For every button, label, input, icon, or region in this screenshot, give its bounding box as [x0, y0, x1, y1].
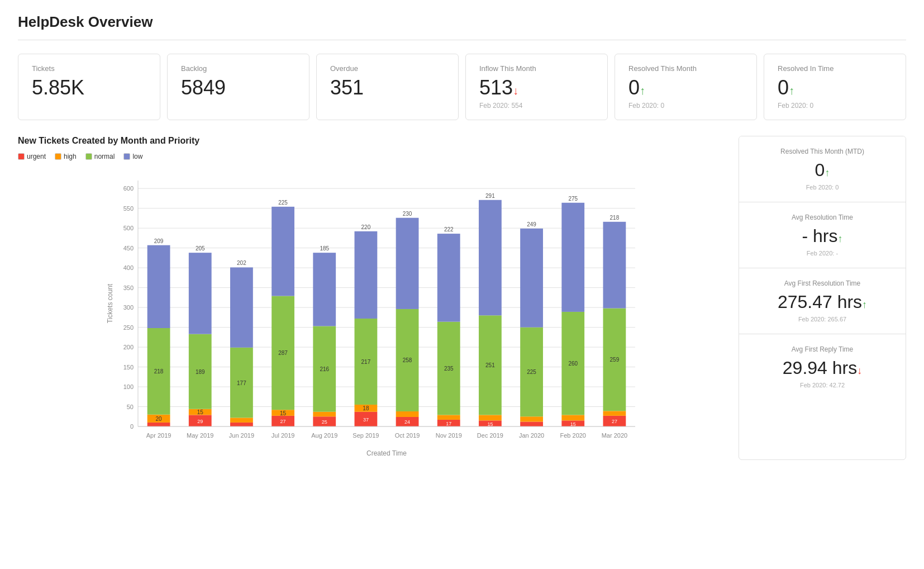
svg-rect-81	[396, 218, 419, 309]
svg-text:177: 177	[237, 380, 246, 386]
svg-text:350: 350	[123, 284, 134, 291]
kpi-sub: Feb 2020: 0	[628, 102, 743, 110]
svg-text:15: 15	[487, 421, 493, 427]
svg-text:20: 20	[156, 416, 163, 422]
arrow-up-icon: ↑	[838, 233, 843, 244]
stat-card-avg-first-resolution: Avg First Resolution Time 275.47 hrs↑ Fe…	[739, 268, 906, 334]
svg-text:Aug 2019: Aug 2019	[311, 432, 337, 439]
svg-text:550: 550	[123, 205, 134, 212]
kpi-card-backlog: Backlog 5849	[167, 54, 309, 120]
main-content: New Tickets Created by Month and Priorit…	[18, 136, 906, 460]
svg-text:27: 27	[280, 419, 286, 424]
svg-text:27: 27	[612, 419, 617, 424]
svg-text:Apr 2019: Apr 2019	[146, 432, 172, 439]
svg-text:202: 202	[237, 260, 246, 266]
svg-rect-26	[147, 423, 170, 426]
svg-text:Oct 2019: Oct 2019	[395, 432, 420, 439]
kpi-value: 513↓	[479, 76, 594, 99]
svg-rect-109	[561, 415, 584, 420]
kpi-row: Tickets 5.85K Backlog 5849 Overdue 351 I…	[18, 54, 906, 120]
chart-title: New Tickets Created by Month and Priorit…	[18, 136, 727, 146]
svg-rect-100	[520, 421, 543, 426]
svg-text:250: 250	[123, 324, 134, 331]
legend-swatch-urgent	[18, 153, 25, 160]
svg-text:275: 275	[568, 196, 578, 202]
kpi-card-resolved-time: Resolved In Time 0↑ Feb 2020: 0	[764, 54, 906, 120]
svg-text:Created Time: Created Time	[366, 449, 407, 457]
right-panel: Resolved This Month (MTD) 0↑ Feb 2020: 0…	[739, 136, 906, 460]
svg-text:600: 600	[123, 185, 134, 192]
legend-label-urgent: urgent	[27, 153, 46, 160]
bar-chart: 0501001502002503003504004505005506002021…	[18, 169, 727, 460]
arrow-up-icon: ↑	[640, 84, 645, 97]
svg-rect-104	[520, 229, 543, 328]
chart-legend: urgent high normal low	[18, 153, 727, 160]
svg-rect-61	[313, 412, 336, 417]
svg-rect-120	[603, 222, 626, 309]
svg-rect-89	[437, 234, 460, 322]
stat-sub: Feb 2020: 0	[752, 184, 892, 191]
svg-text:189: 189	[196, 369, 205, 375]
arrow-up-icon: ↑	[789, 84, 794, 97]
kpi-value: 351	[330, 76, 445, 99]
svg-text:217: 217	[361, 359, 371, 365]
arrow-up-icon: ↑	[825, 167, 830, 178]
kpi-label: Tickets	[32, 64, 146, 73]
kpi-label: Overdue	[330, 64, 445, 73]
legend-swatch-normal	[85, 153, 92, 160]
stat-label: Avg First Reply Time	[752, 345, 892, 353]
svg-text:218: 218	[154, 368, 164, 374]
kpi-card-tickets: Tickets 5.85K	[18, 54, 160, 120]
svg-text:Jan 2020: Jan 2020	[519, 432, 544, 439]
svg-rect-73	[355, 231, 378, 319]
svg-text:216: 216	[320, 366, 329, 372]
stat-sub: Feb 2020: 42.72	[752, 382, 892, 388]
arrow-down-icon: ↓	[513, 84, 518, 97]
svg-text:24: 24	[404, 419, 410, 425]
svg-text:Jul 2019: Jul 2019	[272, 432, 295, 439]
svg-rect-78	[396, 411, 419, 417]
svg-text:17: 17	[446, 421, 451, 426]
stat-label: Resolved This Month (MTD)	[752, 148, 892, 155]
svg-rect-43	[230, 423, 253, 426]
stat-sub: Feb 2020: -	[752, 250, 892, 257]
kpi-label: Backlog	[181, 64, 296, 73]
kpi-sub: Feb 2020: 0	[778, 102, 892, 110]
svg-text:230: 230	[403, 211, 412, 217]
stat-value: - hrs↑	[752, 226, 892, 246]
svg-rect-44	[230, 418, 253, 423]
svg-text:235: 235	[444, 366, 454, 372]
svg-text:May 2019: May 2019	[187, 432, 213, 439]
svg-rect-64	[313, 253, 336, 326]
svg-rect-56	[272, 207, 294, 296]
svg-text:287: 287	[278, 350, 288, 356]
svg-text:225: 225	[278, 200, 288, 206]
kpi-sub: Feb 2020: 554	[479, 102, 594, 110]
svg-text:15: 15	[197, 409, 204, 415]
svg-text:50: 50	[127, 404, 134, 410]
svg-text:259: 259	[610, 357, 620, 363]
svg-rect-112	[561, 203, 584, 312]
svg-text:205: 205	[196, 245, 205, 252]
legend-label-normal: normal	[94, 153, 115, 160]
svg-text:Dec 2019: Dec 2019	[477, 432, 503, 439]
legend-label-high: high	[64, 153, 77, 160]
kpi-label: Resolved This Month	[628, 64, 743, 73]
stat-card-avg-first-reply: Avg First Reply Time 29.94 hrs↓ Feb 2020…	[739, 334, 906, 400]
stat-value: 275.47 hrs↑	[752, 292, 892, 312]
svg-text:25: 25	[322, 419, 327, 425]
svg-text:Nov 2019: Nov 2019	[436, 432, 462, 439]
svg-text:251: 251	[485, 362, 495, 368]
svg-text:291: 291	[485, 193, 495, 199]
kpi-card-inflow: Inflow This Month 513↓ Feb 2020: 554	[465, 54, 608, 120]
svg-text:200: 200	[123, 344, 134, 350]
stat-label: Avg Resolution Time	[752, 214, 892, 221]
svg-text:222: 222	[444, 226, 454, 233]
svg-text:300: 300	[123, 304, 134, 311]
bar-chart-wrapper: 0501001502002503003504004505005506002021…	[18, 169, 727, 460]
legend-item-normal: normal	[85, 153, 115, 160]
kpi-card-overdue: Overdue 351	[316, 54, 459, 120]
svg-rect-97	[479, 200, 502, 316]
svg-text:18: 18	[363, 405, 369, 411]
svg-text:15: 15	[280, 410, 287, 416]
